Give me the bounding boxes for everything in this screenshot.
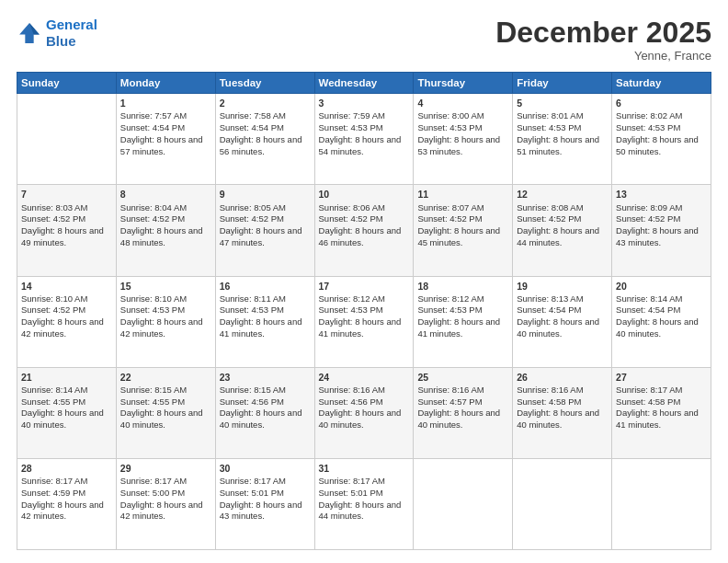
sunset-text: Sunset: 4:52 PM (319, 213, 383, 224)
sunrise-text: Sunrise: 8:16 AM (417, 385, 483, 395)
day-number: 14 (21, 280, 112, 293)
daylight-text: Daylight: 8 hours and 40 minutes. (517, 408, 599, 430)
logo: General Blue (17, 17, 97, 50)
day-number: 4 (417, 97, 508, 109)
sunrise-text: Sunrise: 8:17 AM (120, 476, 187, 486)
sunrise-text: Sunrise: 8:07 AM (417, 202, 483, 213)
day-number: 25 (417, 371, 508, 384)
sunrise-text: Sunrise: 8:17 AM (319, 476, 385, 486)
calendar-cell: 23Sunrise: 8:15 AMSunset: 4:56 PMDayligh… (215, 367, 314, 458)
sunrise-text: Sunrise: 8:15 AM (220, 385, 286, 395)
sunset-text: Sunset: 4:58 PM (517, 396, 581, 407)
day-header-sunday: Sunday (17, 73, 117, 94)
daylight-text: Daylight: 8 hours and 41 minutes. (417, 316, 500, 339)
day-number: 11 (417, 188, 508, 201)
sunset-text: Sunset: 4:53 PM (616, 122, 680, 132)
calendar-cell: 15Sunrise: 8:10 AMSunset: 4:53 PMDayligh… (116, 276, 215, 367)
calendar-cell: 1Sunrise: 7:57 AMSunset: 4:54 PMDaylight… (116, 94, 215, 185)
sunset-text: Sunset: 4:55 PM (120, 396, 185, 407)
sunrise-text: Sunrise: 8:17 AM (220, 476, 286, 486)
daylight-text: Daylight: 8 hours and 42 minutes. (120, 316, 203, 339)
day-number: 24 (319, 371, 410, 384)
day-number: 16 (220, 280, 311, 293)
calendar-cell: 2Sunrise: 7:58 AMSunset: 4:54 PMDaylight… (215, 94, 314, 185)
daylight-text: Daylight: 8 hours and 43 minutes. (220, 500, 302, 522)
calendar-cell: 19Sunrise: 8:13 AMSunset: 4:54 PMDayligh… (513, 276, 612, 367)
sunrise-text: Sunrise: 8:12 AM (319, 293, 385, 304)
sunset-text: Sunset: 4:52 PM (417, 213, 482, 224)
day-header-friday: Friday (513, 73, 612, 94)
sunset-text: Sunset: 4:54 PM (220, 122, 284, 132)
calendar-cell: 14Sunrise: 8:10 AMSunset: 4:52 PMDayligh… (17, 276, 117, 367)
daylight-text: Daylight: 8 hours and 42 minutes. (120, 500, 203, 522)
sunrise-text: Sunrise: 8:00 AM (417, 110, 483, 121)
sunrise-text: Sunrise: 8:11 AM (220, 293, 286, 304)
title-block: December 2025 Yenne, France (495, 17, 711, 63)
daylight-text: Daylight: 8 hours and 40 minutes. (417, 408, 500, 430)
day-number: 27 (616, 371, 707, 384)
daylight-text: Daylight: 8 hours and 42 minutes. (21, 316, 104, 339)
day-number: 15 (120, 280, 211, 293)
calendar-cell: 27Sunrise: 8:17 AMSunset: 4:58 PMDayligh… (612, 367, 711, 458)
calendar-cell: 12Sunrise: 8:08 AMSunset: 4:52 PMDayligh… (513, 185, 612, 276)
sunrise-text: Sunrise: 8:05 AM (220, 202, 286, 213)
calendar-cell: 11Sunrise: 8:07 AMSunset: 4:52 PMDayligh… (414, 185, 513, 276)
day-number: 22 (120, 371, 211, 384)
calendar-cell: 22Sunrise: 8:15 AMSunset: 4:55 PMDayligh… (116, 367, 215, 458)
day-number: 9 (220, 188, 311, 201)
calendar-cell (612, 458, 711, 549)
day-number: 31 (319, 462, 410, 475)
sunset-text: Sunset: 5:00 PM (120, 488, 185, 498)
calendar-cell: 31Sunrise: 8:17 AMSunset: 5:01 PMDayligh… (314, 458, 414, 549)
sunset-text: Sunset: 4:52 PM (21, 304, 85, 315)
sunrise-text: Sunrise: 7:59 AM (319, 110, 385, 121)
day-header-monday: Monday (116, 73, 215, 94)
day-number: 30 (220, 462, 311, 475)
sunrise-text: Sunrise: 8:02 AM (616, 110, 682, 121)
day-number: 19 (517, 280, 608, 293)
day-number: 26 (517, 371, 608, 384)
calendar-cell: 5Sunrise: 8:01 AMSunset: 4:53 PMDaylight… (513, 94, 612, 185)
daylight-text: Daylight: 8 hours and 42 minutes. (21, 500, 104, 522)
logo-text: General Blue (46, 17, 97, 50)
day-header-wednesday: Wednesday (314, 73, 414, 94)
daylight-text: Daylight: 8 hours and 44 minutes. (319, 500, 402, 522)
daylight-text: Daylight: 8 hours and 47 minutes. (220, 225, 302, 247)
daylight-text: Daylight: 8 hours and 41 minutes. (220, 316, 302, 339)
week-row-3: 14Sunrise: 8:10 AMSunset: 4:52 PMDayligh… (17, 276, 711, 367)
sunrise-text: Sunrise: 8:04 AM (120, 202, 187, 213)
sunset-text: Sunset: 4:52 PM (120, 213, 185, 224)
daylight-text: Daylight: 8 hours and 41 minutes. (616, 408, 699, 430)
sunrise-text: Sunrise: 8:03 AM (21, 202, 87, 213)
calendar-cell: 17Sunrise: 8:12 AMSunset: 4:53 PMDayligh… (314, 276, 414, 367)
day-number: 17 (319, 280, 410, 293)
sunset-text: Sunset: 4:53 PM (319, 304, 383, 315)
sunset-text: Sunset: 4:55 PM (21, 396, 85, 407)
header: General Blue December 2025 Yenne, France (17, 17, 711, 63)
calendar-cell: 9Sunrise: 8:05 AMSunset: 4:52 PMDaylight… (215, 185, 314, 276)
calendar-cell (414, 458, 513, 549)
day-number: 5 (517, 97, 608, 109)
sunrise-text: Sunrise: 8:15 AM (120, 385, 187, 395)
sunset-text: Sunset: 4:56 PM (319, 396, 383, 407)
week-row-4: 21Sunrise: 8:14 AMSunset: 4:55 PMDayligh… (17, 367, 711, 458)
calendar-cell: 24Sunrise: 8:16 AMSunset: 4:56 PMDayligh… (314, 367, 414, 458)
sunset-text: Sunset: 5:01 PM (319, 488, 383, 498)
calendar-cell: 20Sunrise: 8:14 AMSunset: 4:54 PMDayligh… (612, 276, 711, 367)
day-number: 10 (319, 188, 410, 201)
daylight-text: Daylight: 8 hours and 53 minutes. (417, 134, 500, 156)
month-title: December 2025 (495, 17, 711, 49)
sunset-text: Sunset: 4:52 PM (517, 213, 581, 224)
calendar-cell: 21Sunrise: 8:14 AMSunset: 4:55 PMDayligh… (17, 367, 117, 458)
sunset-text: Sunset: 4:53 PM (417, 304, 482, 315)
daylight-text: Daylight: 8 hours and 49 minutes. (21, 225, 104, 247)
day-number: 3 (319, 97, 410, 109)
calendar-cell: 13Sunrise: 8:09 AMSunset: 4:52 PMDayligh… (612, 185, 711, 276)
daylight-text: Daylight: 8 hours and 54 minutes. (319, 134, 402, 156)
calendar-cell: 3Sunrise: 7:59 AMSunset: 4:53 PMDaylight… (314, 94, 414, 185)
calendar-cell: 25Sunrise: 8:16 AMSunset: 4:57 PMDayligh… (414, 367, 513, 458)
week-row-1: 1Sunrise: 7:57 AMSunset: 4:54 PMDaylight… (17, 94, 711, 185)
sunrise-text: Sunrise: 8:16 AM (319, 385, 385, 395)
calendar-header-row: SundayMondayTuesdayWednesdayThursdayFrid… (17, 73, 711, 94)
daylight-text: Daylight: 8 hours and 48 minutes. (120, 225, 203, 247)
